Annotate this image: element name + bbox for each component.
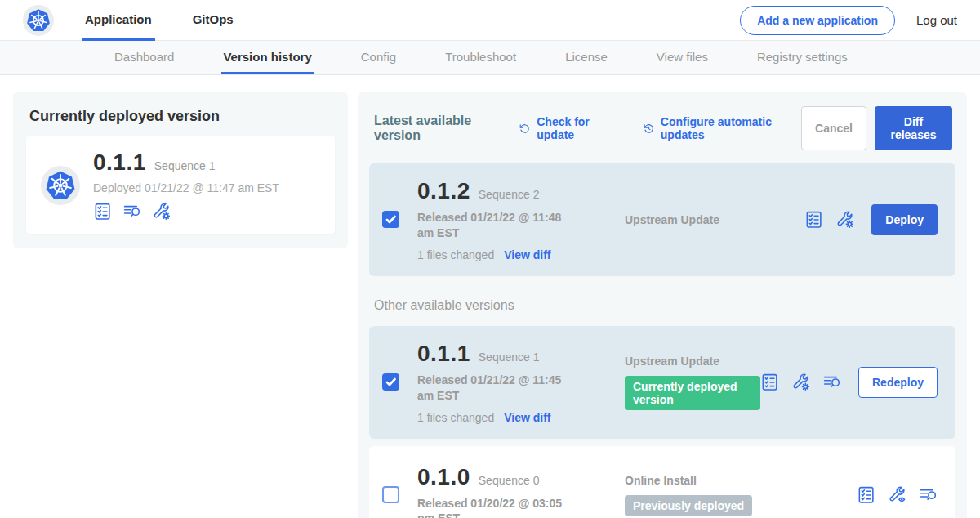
logout-link[interactable]: Log out — [916, 13, 957, 27]
version-checkbox[interactable] — [382, 486, 399, 503]
cancel-button[interactable]: Cancel — [801, 106, 866, 150]
preflight-checks-icon[interactable] — [804, 210, 823, 229]
version-checkbox[interactable] — [382, 373, 399, 391]
edit-config-icon[interactable] — [152, 202, 171, 221]
version-row-0-1-0: 0.1.0 Sequence 0 Released 01/20/22 @ 03:… — [369, 446, 956, 518]
version-checkbox[interactable] — [382, 211, 399, 228]
latest-available-title: Latest available version — [374, 114, 506, 143]
deployed-version-number: 0.1.1 — [93, 150, 146, 176]
version-source-label: Online Install — [625, 474, 857, 487]
version-row-0-1-1: 0.1.1 Sequence 1 Released 01/21/22 @ 11:… — [369, 326, 956, 439]
tab-application[interactable]: Application — [82, 0, 155, 41]
edit-config-icon[interactable] — [791, 373, 810, 391]
tab-troubleshoot[interactable]: Troubleshoot — [443, 41, 518, 74]
auto-update-icon — [643, 122, 655, 136]
edit-config-icon[interactable] — [835, 210, 854, 229]
version-sequence: Sequence 2 — [479, 188, 540, 201]
diff-releases-button[interactable]: Diff releases — [875, 106, 952, 150]
preflight-checks-icon[interactable] — [857, 485, 875, 504]
version-sequence: Sequence 0 — [479, 474, 540, 487]
tab-license[interactable]: License — [564, 41, 609, 74]
panel-header: Latest available version Check for updat… — [369, 105, 956, 150]
topnav-right: Add a new application Log out — [740, 6, 957, 35]
tab-config[interactable]: Config — [359, 41, 398, 74]
app-subnav: Dashboard Version history Config Trouble… — [0, 41, 980, 75]
kubernetes-logo — [23, 5, 54, 36]
tab-gitops[interactable]: GitOps — [189, 0, 237, 41]
currently-deployed-badge: Currently deployed version — [625, 376, 760, 410]
main-content: Currently deployed version 0.1.1 Sequenc… — [0, 75, 980, 518]
tab-registry-settings[interactable]: Registry settings — [755, 41, 849, 74]
configure-automatic-updates-label: Configure automatic updates — [661, 115, 801, 141]
view-config-icon[interactable] — [888, 485, 906, 504]
deployed-version-card: 0.1.1 Sequence 1 Deployed 01/21/22 @ 11:… — [26, 136, 335, 234]
view-files-icon[interactable] — [122, 202, 141, 221]
deploy-button[interactable]: Deploy — [871, 204, 938, 235]
version-source-label: Upstream Update — [625, 213, 804, 226]
currently-deployed-card: Currently deployed version 0.1.1 Sequenc… — [13, 92, 348, 248]
released-date: Released 01/20/22 @ 03:05 pm EST — [417, 496, 581, 518]
tab-dashboard[interactable]: Dashboard — [113, 41, 176, 74]
other-available-versions-label: Other available versions — [374, 298, 956, 313]
refresh-icon — [519, 122, 531, 136]
version-source-label: Upstream Update — [625, 355, 760, 368]
configure-automatic-updates-link[interactable]: Configure automatic updates — [643, 115, 801, 141]
check-for-update-link[interactable]: Check for update — [519, 115, 620, 141]
top-nav: Application GitOps Add a new application… — [0, 0, 980, 41]
version-row-0-1-2: 0.1.2 Sequence 2 Released 01/21/22 @ 11:… — [369, 163, 956, 276]
view-diff-link[interactable]: View diff — [504, 248, 550, 261]
add-application-button[interactable]: Add a new application — [740, 6, 895, 35]
version-sequence: Sequence 1 — [479, 351, 540, 364]
app-logo — [41, 166, 80, 205]
deployed-date: Deployed 01/21/22 @ 11:47 am EST — [93, 181, 320, 194]
tab-version-history[interactable]: Version history — [221, 41, 313, 74]
version-number: 0.1.0 — [417, 464, 470, 490]
files-changed-label: 1 files changed — [417, 248, 494, 261]
released-date: Released 01/21/22 @ 11:48 am EST — [417, 210, 581, 241]
released-date: Released 01/21/22 @ 11:45 am EST — [417, 373, 581, 404]
files-changed-label: 1 files changed — [417, 411, 494, 424]
version-number: 0.1.1 — [417, 341, 470, 367]
deployed-card-title: Currently deployed version — [29, 108, 335, 125]
view-files-icon[interactable] — [919, 485, 938, 504]
view-diff-link[interactable]: View diff — [504, 411, 550, 424]
redeploy-button[interactable]: Redeploy — [858, 367, 938, 398]
deployed-version-sequence: Sequence 1 — [154, 159, 216, 172]
versions-panel: Latest available version Check for updat… — [358, 92, 967, 518]
preflight-checks-icon[interactable] — [93, 202, 112, 221]
version-number: 0.1.2 — [417, 178, 470, 204]
previously-deployed-badge: Previously deployed — [625, 495, 752, 516]
tab-view-files[interactable]: View files — [655, 41, 710, 74]
check-for-update-label: Check for update — [537, 115, 619, 141]
view-files-icon[interactable] — [822, 373, 841, 391]
preflight-checks-icon[interactable] — [760, 373, 779, 391]
topnav-tabs: Application GitOps — [82, 0, 271, 41]
